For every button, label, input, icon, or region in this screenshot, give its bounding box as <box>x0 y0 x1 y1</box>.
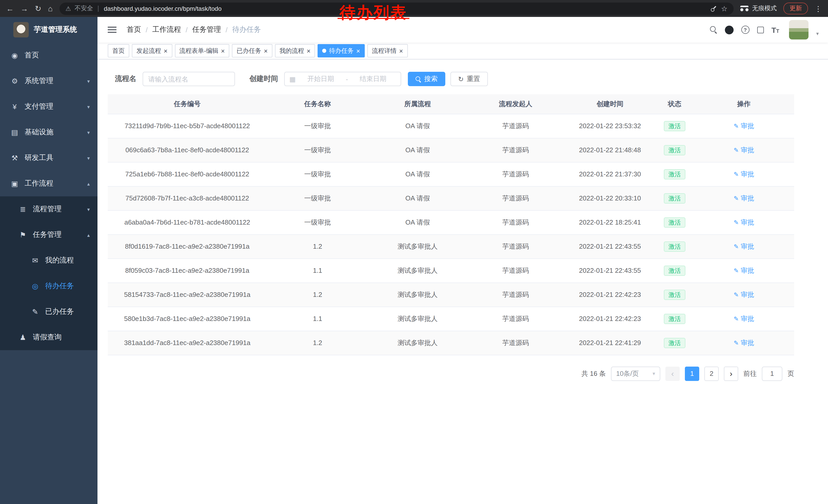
sidebar-item-label: 请假查询 <box>33 333 61 342</box>
chevron-up-icon: ▴ <box>87 232 90 238</box>
edit-icon: ✎ <box>734 146 739 153</box>
sidebar-item-todo-tasks[interactable]: ◎待办任务 <box>0 273 97 299</box>
column-header-3: 流程发起人 <box>467 94 564 114</box>
approve-button[interactable]: ✎审批 <box>734 218 754 227</box>
sidebar-item-done-tasks[interactable]: ✎已办任务 <box>0 299 97 325</box>
approve-label: 审批 <box>741 242 754 251</box>
incognito-icon <box>740 6 748 11</box>
close-icon[interactable]: × <box>399 47 403 54</box>
github-icon[interactable] <box>724 26 733 34</box>
page-button-1[interactable]: 1 <box>685 366 699 381</box>
chevron-down-icon: ▾ <box>87 130 90 135</box>
browser-update-button[interactable]: 更新 <box>783 3 808 14</box>
table-row: 73211d9d-7b9b-11ec-b5b7-acde48001122一级审批… <box>108 114 794 138</box>
sidebar-collapse-icon[interactable] <box>108 29 117 30</box>
browser-home-icon[interactable]: ⌂ <box>48 5 52 12</box>
cell-action: ✎审批 <box>694 186 794 210</box>
tab-todo-tasks[interactable]: 待办任务× <box>318 44 365 57</box>
breadcrumb-item[interactable]: 首页 <box>127 25 141 34</box>
breadcrumb-item[interactable]: 工作流程 <box>152 25 181 34</box>
approve-button[interactable]: ✎审批 <box>734 314 754 323</box>
approve-button[interactable]: ✎审批 <box>734 290 754 299</box>
cell-status: 激活 <box>656 234 694 259</box>
sidebar-item-devtools[interactable]: ⚒研发工具▾ <box>0 145 97 171</box>
approve-button[interactable]: ✎审批 <box>734 170 754 179</box>
help-icon[interactable]: ? <box>741 26 749 34</box>
sidebar-item-label: 已办任务 <box>45 307 74 316</box>
tab-form-edit[interactable]: 流程表单-编辑× <box>175 44 229 57</box>
chevron-down-icon: ▾ <box>87 207 90 212</box>
approve-button[interactable]: ✎审批 <box>734 145 754 154</box>
process-list-icon: ≣ <box>18 205 27 213</box>
prev-page-button[interactable]: ‹ <box>665 366 680 381</box>
next-page-button[interactable]: › <box>724 366 738 381</box>
search-button-label: 搜索 <box>424 74 438 84</box>
close-icon[interactable]: × <box>356 47 360 54</box>
sidebar-item-home[interactable]: ◉首页 <box>0 43 97 68</box>
tab-process-detail[interactable]: 流程详情× <box>367 44 408 57</box>
approve-label: 审批 <box>741 266 754 275</box>
tab-label: 首页 <box>112 46 125 55</box>
logo-row[interactable]: 芋道管理系统 <box>0 17 97 43</box>
cell-name: 一级审批 <box>267 138 368 162</box>
sidebar-item-payment[interactable]: ¥支付管理▾ <box>0 94 97 120</box>
close-icon[interactable]: × <box>221 47 225 54</box>
sidebar-item-task-mgmt[interactable]: ⚑任务管理▴ <box>0 222 97 248</box>
tab-label: 待办任务 <box>329 46 354 55</box>
bookmark-star-icon[interactable]: ☆ <box>721 4 728 12</box>
status-badge: 激活 <box>664 314 686 324</box>
close-icon[interactable]: × <box>307 47 310 54</box>
goto-page-input[interactable] <box>762 366 782 381</box>
tab-home[interactable]: 首页 <box>108 44 129 57</box>
breadcrumb-item: 待办任务 <box>232 25 261 34</box>
fontsize-icon[interactable]: TT <box>771 26 779 34</box>
approve-button[interactable]: ✎审批 <box>734 242 754 251</box>
sidebar-item-leave-query[interactable]: ♟请假查询 <box>0 325 97 350</box>
search-icon[interactable] <box>710 26 717 33</box>
eye-icon: ◎ <box>31 282 40 290</box>
sidebar-item-infra[interactable]: ▤基础设施▾ <box>0 120 97 145</box>
approve-button[interactable]: ✎审批 <box>734 338 754 348</box>
approve-button[interactable]: ✎审批 <box>734 193 754 203</box>
column-header-6: 操作 <box>694 94 794 114</box>
browser-forward-icon[interactable]: → <box>20 5 28 12</box>
approve-label: 审批 <box>741 121 754 131</box>
cell-time: 2022-01-21 22:43:55 <box>564 259 656 282</box>
tabbar: 首页发起流程×流程表单-编辑×已办任务×我的流程×待办任务×流程详情× <box>97 43 828 59</box>
tab-my-process[interactable]: 我的流程× <box>275 44 315 57</box>
approve-button[interactable]: ✎审批 <box>734 121 754 131</box>
user-avatar[interactable] <box>789 20 809 40</box>
tab-done-tasks[interactable]: 已办任务× <box>232 44 272 57</box>
page-size-select[interactable]: 10条/页 ▾ <box>611 366 660 381</box>
password-key-icon[interactable] <box>708 3 719 14</box>
browser-reload-icon[interactable]: ↻ <box>35 5 41 12</box>
page-button-2[interactable]: 2 <box>704 366 719 381</box>
sidebar-item-my-process[interactable]: ✉我的流程 <box>0 248 97 273</box>
sidebar-item-label: 研发工具 <box>25 153 53 163</box>
breadcrumb-item[interactable]: 任务管理 <box>192 25 221 34</box>
cell-process: OA 请假 <box>368 114 467 138</box>
browser-back-icon[interactable]: ← <box>6 5 14 12</box>
cell-process: 测试多审批人 <box>368 307 467 331</box>
approve-button[interactable]: ✎审批 <box>734 266 754 275</box>
close-icon[interactable]: × <box>164 47 167 54</box>
chevron-down-icon[interactable]: ▾ <box>816 31 819 36</box>
sidebar-item-workflow[interactable]: ▣工作流程▴ <box>0 171 97 196</box>
sidebar-item-process-mgmt[interactable]: ≣流程管理▾ <box>0 196 97 222</box>
cell-status: 激活 <box>656 307 694 331</box>
app-logo <box>13 22 29 37</box>
edit-icon: ✎ <box>734 291 739 298</box>
tab-label: 发起流程 <box>136 46 161 55</box>
cell-action: ✎审批 <box>694 259 794 282</box>
browser-menu-icon[interactable]: ⋮ <box>815 4 822 12</box>
sidebar-item-system[interactable]: ⚙系统管理▾ <box>0 68 97 94</box>
process-name-input[interactable] <box>142 72 235 86</box>
tab-start-process[interactable]: 发起流程× <box>132 44 172 57</box>
cell-name: 一级审批 <box>267 114 368 138</box>
reset-button[interactable]: ↻ 重置 <box>450 72 488 86</box>
search-button[interactable]: 搜索 <box>408 72 445 86</box>
cell-name: 1.1 <box>267 259 368 282</box>
create-time-range-picker[interactable]: ▦ 开始日期 - 结束日期 <box>284 72 401 86</box>
close-icon[interactable]: × <box>264 47 267 54</box>
fullscreen-icon[interactable] <box>757 27 763 33</box>
